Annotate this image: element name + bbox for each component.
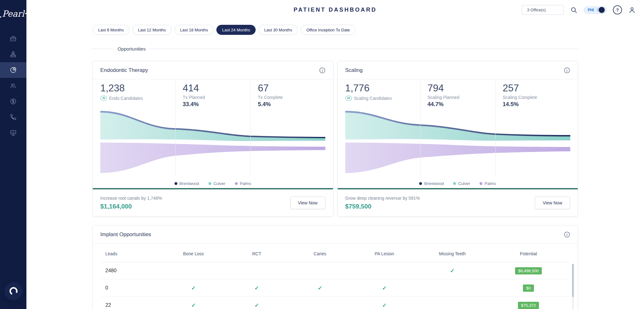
info-button[interactable] [319, 67, 325, 73]
stat-planned: 794 Scaling Planned 44.7% [420, 83, 495, 111]
phi-label: PHI [588, 8, 594, 12]
legend-item-brentwood: Brentwood [175, 181, 199, 186]
stat-percent: 44.7% [428, 101, 495, 108]
filter-office-inception-to-date[interactable]: Office Inception To Date [301, 25, 355, 35]
sidebar-item-organization[interactable] [0, 46, 26, 62]
sidebar-item-patients[interactable] [0, 78, 26, 94]
funnel-stats: 1,238 AI Endo Candidates 414 Tx Planned … [93, 79, 333, 111]
view-now-button[interactable]: View Now [290, 197, 325, 209]
column-divider [495, 79, 496, 176]
opportunity-summary: Grow deep cleaning revenue by 591% [345, 196, 420, 201]
filter-last-30-months[interactable]: Last 30 Months [258, 25, 298, 35]
account-button[interactable] [628, 6, 636, 14]
table-row[interactable]: 0 ✓ ✓ ✓ ✓ $0 [101, 279, 569, 297]
sidebar-item-patient-dashboard[interactable] [0, 62, 26, 78]
table-row[interactable]: 22 ✓ ✓ ✓ $75,372 [101, 297, 569, 309]
leads-cell: 0 [101, 285, 162, 291]
potential-badge: $75,372 [518, 302, 539, 309]
caries-check: ✓ [288, 285, 352, 291]
implant-opportunities-card: Implant Opportunities Leads Bone Loss RC… [92, 225, 578, 309]
phi-switch-knob [599, 7, 605, 13]
opportunity-funnel-chart [93, 111, 333, 179]
card-title: Scaling [345, 67, 363, 73]
opportunities-section-divider: Opportunities [92, 46, 579, 52]
column-header-leads: Leads [101, 251, 162, 256]
rct-check: ✓ [225, 285, 288, 291]
pearl-logo: Pearl [0, 4, 26, 23]
legend-item-palms: Palms [235, 181, 251, 186]
search-button[interactable] [570, 6, 578, 14]
opportunity-amount: $1,164,000 [100, 203, 162, 210]
logo-dot [25, 13, 26, 14]
sidebar-nav [0, 31, 26, 141]
potential-cell: $8,496,500 [487, 267, 569, 274]
office-selector[interactable]: 3 Office(s) [522, 5, 564, 15]
legend-label: Brentwood [424, 181, 444, 186]
ai-badge: AI [100, 96, 107, 100]
card-body: 1,776 AI Scaling Candidates 794 Scaling … [338, 79, 578, 188]
stat-value: 1,776 [345, 83, 420, 94]
stat-value: 414 [183, 83, 250, 94]
briefcase-icon [10, 35, 17, 42]
card-title: Endodontic Therapy [100, 67, 148, 73]
filter-last-6-months[interactable]: Last 6 Months [92, 25, 130, 35]
divider-line [92, 49, 114, 49]
pa-lesion-check: ✓ [352, 285, 417, 291]
help-button[interactable]: ? [613, 5, 622, 14]
chat-launcher-button[interactable] [4, 282, 23, 300]
org-chart-icon [10, 51, 17, 58]
stat-value: 794 [428, 83, 495, 94]
column-divider [250, 79, 251, 176]
view-now-button[interactable]: View Now [535, 197, 570, 209]
stat-percent: 33.4% [183, 101, 250, 108]
table-scrollbar[interactable] [572, 264, 574, 309]
info-icon [319, 67, 325, 73]
scrollbar-thumb[interactable] [572, 264, 574, 297]
legend-label: Brentwood [180, 181, 199, 186]
header-controls: 3 Office(s) PHI ? [522, 0, 636, 20]
filter-last-12-months[interactable]: Last 12 Months [132, 25, 172, 35]
info-icon [564, 67, 570, 73]
sidebar-item-reports[interactable] [0, 125, 26, 141]
info-button[interactable] [564, 231, 570, 238]
scaling-card: Scaling 1,776 AI Scaling Candidates [337, 61, 578, 217]
info-icon [564, 231, 570, 238]
stat-complete: 67 Tx Complete 5.4% [250, 83, 333, 111]
sidebar-item-calls[interactable] [0, 109, 26, 125]
opportunity-funnel-chart [338, 111, 578, 179]
card-header: Implant Opportunities [93, 225, 578, 244]
sidebar-item-revenue[interactable] [0, 94, 26, 109]
opportunity-amount: $759,500 [345, 203, 420, 210]
legend-dot [208, 182, 211, 185]
legend-dot [480, 182, 482, 185]
filter-last-24-months[interactable]: Last 24 Months [216, 25, 256, 35]
page-title: PATIENT DASHBOARD [294, 7, 377, 13]
filter-last-18-months[interactable]: Last 18 Months [175, 25, 214, 35]
divider-line [149, 49, 579, 49]
chart-legend: Brentwood Culver Palms [338, 179, 578, 188]
legend-item-brentwood: Brentwood [419, 181, 444, 186]
table-row[interactable]: 2480 ✓ $8,496,500 [101, 262, 569, 279]
phi-switch[interactable] [596, 8, 604, 12]
funnel-stats: 1,776 AI Scaling Candidates 794 Scaling … [338, 79, 578, 111]
phone-icon [10, 114, 17, 121]
users-icon [10, 82, 17, 89]
legend-item-palms: Palms [480, 181, 496, 186]
column-header-rct: RCT [225, 251, 288, 256]
column-divider [420, 79, 420, 176]
user-icon [628, 6, 636, 14]
potential-badge: $0 [523, 285, 534, 292]
sidebar-item-practice[interactable] [0, 31, 26, 46]
pa-lesion-check: ✓ [352, 302, 417, 309]
legend-dot [419, 182, 422, 185]
rct-check: ✓ [225, 302, 288, 309]
info-button[interactable] [564, 67, 570, 73]
stat-label: Tx Complete [258, 95, 333, 100]
legend-item-culver: Culver [208, 181, 225, 186]
potential-cell: $75,372 [487, 302, 569, 309]
stat-label: Scaling Complete [503, 95, 578, 100]
opportunity-summary: Increase root canals by 1,748% [100, 196, 162, 201]
sidebar: Pearl [0, 0, 26, 309]
phi-toggle[interactable]: PHI [584, 7, 607, 14]
card-header: Scaling [338, 61, 578, 79]
